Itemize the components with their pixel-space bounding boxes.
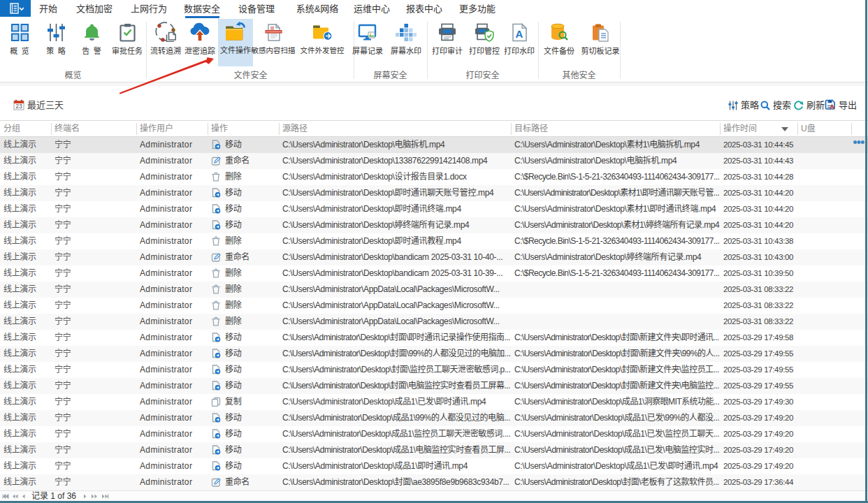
svg-text:A: A [516, 28, 523, 40]
svg-text:23: 23 [15, 103, 22, 110]
